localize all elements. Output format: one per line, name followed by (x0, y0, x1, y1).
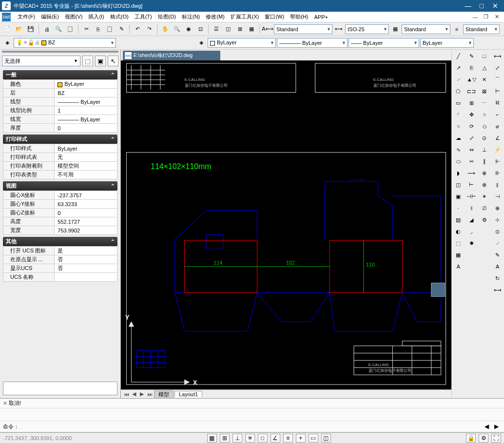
table-style-dropdown[interactable]: Standard▼ (402, 24, 450, 34)
zoom-ext-icon[interactable]: ⊡ (195, 24, 206, 35)
dim-dia-icon[interactable]: ⌀ (492, 121, 503, 132)
snap-quad-icon[interactable]: ◇ (479, 121, 490, 132)
section-header[interactable]: 其他⌃ (3, 237, 117, 246)
property-row[interactable]: 显示UCS否 (3, 264, 117, 273)
region-icon[interactable]: ⬚ (453, 238, 464, 249)
property-row[interactable]: 高度552.1727 (3, 217, 117, 226)
snap-tan-icon[interactable]: ⊙ (479, 133, 490, 143)
zoom-icon[interactable]: 🔍 (172, 24, 182, 35)
maximize-button[interactable]: □ (475, 1, 488, 10)
mtext-icon[interactable]: A (453, 261, 464, 272)
dim-base-icon[interactable]: ⊩ (492, 156, 503, 167)
dim-aligned-icon[interactable]: ⤢ (492, 62, 503, 73)
stretch-icon[interactable]: ⇔ (466, 144, 477, 155)
tab-last[interactable]: ⏭ (146, 391, 153, 397)
child-minimize[interactable]: — (470, 14, 481, 20)
menu-file[interactable]: 文件(F) (15, 12, 38, 22)
color-dropdown[interactable]: ByLayer▼ (208, 38, 276, 48)
match-icon[interactable]: ✎ (116, 24, 127, 35)
dim-radius-icon[interactable]: R (492, 97, 503, 108)
dim-jog-icon[interactable]: ⌐ (492, 109, 503, 120)
preview-icon[interactable]: 🔍 (53, 24, 64, 35)
copy-obj-icon[interactable]: ⎘ (466, 62, 477, 73)
snap-par-icon[interactable]: ∥ (479, 156, 490, 167)
model-toggle[interactable]: ▭ (309, 434, 318, 443)
new-icon[interactable]: 📄 (2, 24, 13, 35)
table-icon[interactable]: ▦ (453, 250, 464, 260)
grid-toggle[interactable]: ⊞ (220, 434, 230, 443)
menu-view[interactable]: 视图(V) (62, 12, 86, 22)
drawing-canvas[interactable]: E-CALLING 厦门亿加壹电子有限公司 E-CALLING 厦门亿加壹电子有… (121, 60, 451, 389)
property-row[interactable]: 打印表附着到模型空间 (3, 162, 117, 171)
snap-toggle[interactable]: ▦ (207, 434, 217, 443)
fullscreen-icon[interactable]: ⛶ (491, 434, 501, 443)
trim-icon[interactable]: ✂ (466, 156, 477, 167)
panel-grip[interactable] (2, 51, 118, 53)
make-block-icon[interactable]: ▣ (453, 191, 464, 202)
insert-block-icon[interactable]: ◫ (453, 179, 464, 190)
snap-perp-icon[interactable]: ⊥ (479, 144, 490, 155)
ellipse-arc-icon[interactable]: ◗ (453, 168, 464, 178)
snap-ext-icon[interactable]: ⋯ (479, 97, 490, 108)
dim-linear-icon[interactable]: ⟷ (492, 51, 503, 61)
tab-prev[interactable]: ◀ (131, 391, 137, 397)
snap-ins-icon[interactable]: ⊕ (479, 168, 490, 178)
tool-palette-icon[interactable]: ⊞ (234, 24, 245, 35)
property-row[interactable]: 层BZ (3, 89, 117, 97)
break-at-icon[interactable]: ⊢ (466, 179, 477, 190)
polar-toggle[interactable]: ✳ (245, 434, 255, 443)
select-objects-icon[interactable]: ▣ (95, 56, 106, 66)
tab-first[interactable]: ⏮ (123, 391, 130, 397)
cut-icon[interactable]: ✂ (81, 24, 92, 35)
array-icon[interactable]: ⊞ (466, 97, 477, 108)
cmd-close-icon[interactable]: ✕ (3, 400, 9, 406)
scale-icon[interactable]: ⤢ (466, 133, 477, 143)
erase-icon[interactable]: ✎ (466, 51, 477, 61)
menu-window[interactable]: 窗口(W) (262, 12, 287, 22)
property-row[interactable]: 圆心X坐标-237.3757 (3, 191, 117, 200)
pick-add-icon[interactable]: ↖ (108, 56, 118, 66)
mirror-icon[interactable]: ▲▽ (466, 74, 477, 85)
copy-icon[interactable]: ⎘ (93, 24, 103, 35)
undo-icon[interactable]: ↶ (132, 24, 143, 35)
property-row[interactable]: 圆心Y坐标63.3233 (3, 200, 117, 209)
explode-icon[interactable]: ✸ (466, 238, 477, 249)
dim-edit-icon[interactable]: ✎ (492, 250, 503, 260)
plotstyle-dropdown[interactable]: ByLayer▼ (420, 38, 474, 48)
layer-dropdown[interactable]: 💡☀🔓🖨 BZ▼ (14, 38, 116, 48)
lineweight-dropdown[interactable]: —— ByLayer▼ (349, 38, 419, 48)
dim-icon[interactable]: ⟷ (333, 24, 344, 35)
join-icon[interactable]: ⫴ (466, 203, 477, 213)
menu-app[interactable]: APP+ (311, 12, 330, 22)
section-header[interactable]: 打印样式⌃ (3, 135, 117, 144)
hatch-icon[interactable]: ▨ (453, 214, 464, 225)
paste-icon[interactable]: 📋 (104, 24, 115, 35)
child-close[interactable]: ✕ (491, 14, 502, 20)
dim-space-icon[interactable]: ⫿ (492, 179, 503, 190)
section-header[interactable]: 视图⌃ (3, 181, 117, 191)
selection-dropdown[interactable]: 无选择▼ (2, 56, 80, 66)
print-icon[interactable]: 🖨 (41, 24, 52, 35)
snap-appint-icon[interactable]: ⊠ (479, 86, 490, 96)
dim-style-dropdown[interactable]: ISO-25▼ (345, 24, 389, 34)
move-icon[interactable]: ✥ (466, 109, 477, 120)
cycle-toggle[interactable]: ◫ (321, 434, 331, 443)
ray-icon[interactable]: ↗ (453, 62, 464, 73)
menu-help[interactable]: 帮助(H) (287, 12, 311, 22)
property-row[interactable]: 厚度0 (3, 124, 117, 133)
property-row[interactable]: UCS 名称 (3, 273, 117, 282)
dim-jogline-icon[interactable]: ⟋ (492, 238, 503, 249)
property-row[interactable]: 线型比例1 (3, 106, 117, 115)
command-input[interactable]: 命令： ◀ ▶ (0, 421, 504, 432)
color-icon[interactable]: ◈ (196, 38, 207, 48)
snap-int-icon[interactable]: ✕ (479, 74, 490, 85)
menu-ext[interactable]: 扩展工具(X) (228, 12, 262, 22)
chamfer-icon[interactable]: ◢ (466, 214, 477, 225)
snap-center-icon[interactable]: ○ (479, 109, 490, 120)
dim-cont-icon[interactable]: ⊪ (492, 168, 503, 178)
snap-mid-icon[interactable]: △ (479, 62, 490, 73)
extend-icon[interactable]: ⟶ (466, 168, 477, 178)
table-style-icon[interactable]: ▦ (390, 24, 401, 35)
save-icon[interactable]: 💾 (25, 24, 36, 35)
tolerance-icon[interactable]: ⊕ (492, 203, 503, 213)
